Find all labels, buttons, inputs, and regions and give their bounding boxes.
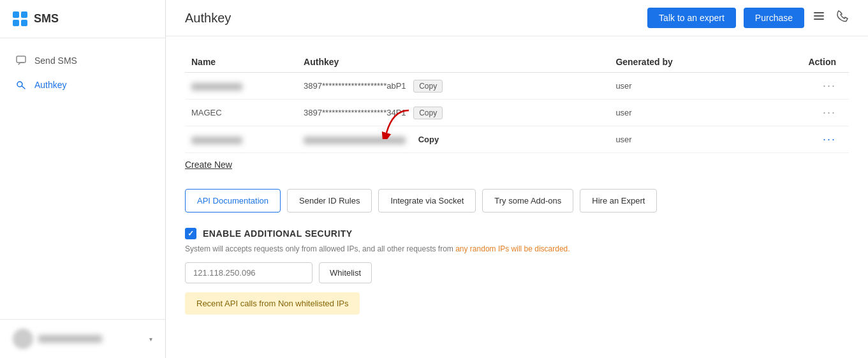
row2-authkey: 3897********************34P1 Copy [297,100,564,126]
security-checkbox[interactable]: ✓ [185,228,196,239]
authkey-table: Name Authkey Generated by Action 3897***… [185,52,849,153]
col-action: Action [766,52,849,73]
header-icons [812,9,849,27]
svg-rect-3 [814,15,824,17]
row2-action: ··· [766,100,849,126]
sidebar-item-authkey[interactable]: Authkey [0,73,165,97]
row3-action: ··· [766,126,849,153]
action-menu-row1[interactable]: ··· [823,79,836,92]
row1-generated-by: user [564,73,766,100]
sender-id-rules-button[interactable]: Sender ID Rules [287,189,372,213]
recent-api-banner: Recent API calls from Non whitelisted IP… [185,292,360,315]
col-name: Name [185,52,297,73]
ip-input[interactable] [185,262,313,283]
api-documentation-button[interactable]: API Documentation [185,189,281,213]
phone-icon[interactable] [835,10,849,27]
table-row: 3897********************abP1 Copy user ·… [185,73,849,100]
row3-authkey: Copy [297,126,564,153]
user-profile[interactable]: ▾ [0,319,165,358]
row2-name: MAGEC [185,100,297,126]
table-row: MAGEC 3897********************34P1 Copy … [185,100,849,126]
sidebar: SMS Send SMS Authkey ▾ [0,0,166,358]
copy-button-row2[interactable]: Copy [413,107,443,119]
row1-authkey: 3897********************abP1 Copy [297,73,564,100]
create-new-link[interactable]: Create New [185,160,232,170]
security-header: ✓ ENABLE ADDITIONAL SECURITY [185,228,849,239]
app-title: SMS [34,12,59,26]
logo-icon [13,11,27,26]
try-addons-button[interactable]: Try some Add-ons [482,189,573,213]
user-name [38,335,102,343]
send-sms-label: Send SMS [34,56,77,66]
action-menu-row3[interactable]: ··· [823,133,836,145]
row2-generated-by: user [564,100,766,126]
talk-to-expert-button[interactable]: Talk to an expert [647,8,736,28]
key-icon [15,79,27,91]
whitelist-row: Whitelist [185,262,849,283]
action-buttons-row: API Documentation Sender ID Rules Integr… [185,189,849,213]
authkey-label: Authkey [34,80,67,90]
whitelist-button[interactable]: Whitelist [319,262,372,283]
security-section: ✓ ENABLE ADDITIONAL SECURITY System will… [185,228,849,315]
chevron-down-icon: ▾ [149,336,152,343]
logo-area: SMS [0,0,165,38]
security-description: System will accepts requests only from a… [185,244,849,253]
integrate-via-socket-button[interactable]: Integrate via Socket [378,189,476,213]
col-authkey: Authkey [297,52,564,73]
copy-button-row1[interactable]: Copy [413,80,443,93]
page-header: Authkey Talk to an expert Purchase [166,0,868,36]
purchase-button[interactable]: Purchase [744,8,804,28]
sidebar-nav: Send SMS Authkey [0,38,165,107]
sidebar-item-send-sms[interactable]: Send SMS [0,48,165,73]
copy-button-row3[interactable]: Copy [418,135,439,144]
action-menu-row2[interactable]: ··· [823,106,836,119]
row1-name [185,73,297,100]
row3-generated-by: user [564,126,766,153]
table-row: Copy user ··· [185,126,849,153]
avatar [13,329,33,349]
main-content: Authkey Talk to an expert Purchase [166,0,868,358]
security-title: ENABLE ADDITIONAL SECURITY [203,228,353,239]
list-icon[interactable] [812,9,826,27]
svg-rect-0 [17,56,26,63]
page-title: Authkey [185,11,640,26]
svg-rect-2 [814,12,824,13]
page-content: Name Authkey Generated by Action 3897***… [166,36,868,330]
check-icon: ✓ [188,229,195,238]
row1-action: ··· [766,73,849,100]
col-generated-by: Generated by [564,52,766,73]
row3-name [185,126,297,153]
chat-icon [15,55,27,66]
svg-rect-4 [814,19,824,20]
hire-expert-button[interactable]: Hire an Expert [580,189,657,213]
